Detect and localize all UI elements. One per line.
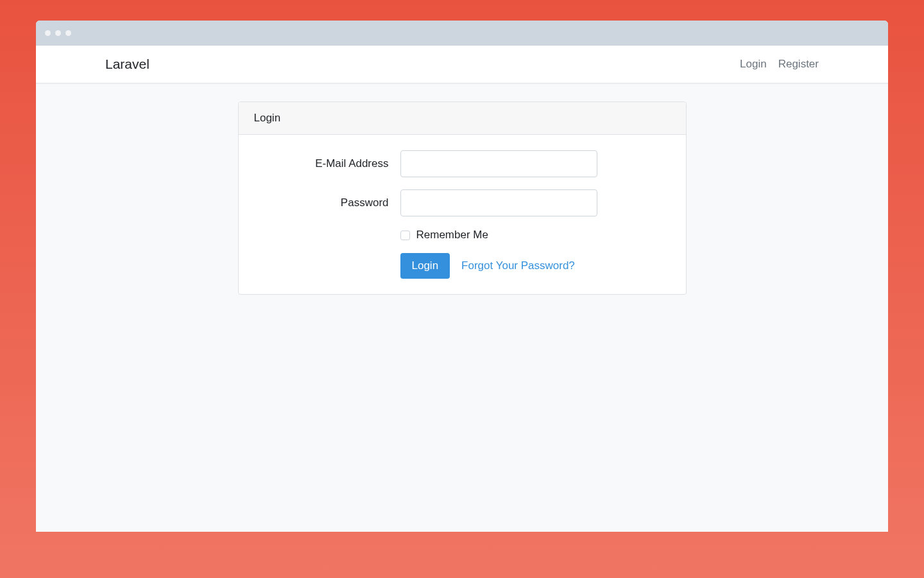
nav-link-login[interactable]: Login [740, 58, 767, 71]
remember-row: Remember Me [254, 229, 671, 241]
nav-link-register[interactable]: Register [778, 58, 819, 71]
navbar-nav: Login Register [740, 58, 819, 71]
login-card: Login E-Mail Address Password Remember M… [238, 101, 687, 295]
action-row: Login Forgot Your Password? [254, 253, 671, 279]
window-dot-maximize-icon[interactable] [65, 30, 71, 36]
email-field[interactable] [400, 150, 597, 177]
forgot-password-link[interactable]: Forgot Your Password? [461, 259, 575, 272]
email-label: E-Mail Address [254, 157, 400, 170]
email-row: E-Mail Address [254, 150, 671, 177]
password-row: Password [254, 189, 671, 216]
content-area: Login E-Mail Address Password Remember M… [36, 83, 888, 295]
card-body: E-Mail Address Password Remember Me Logi… [239, 135, 686, 294]
remember-checkbox[interactable] [400, 231, 410, 240]
card-header: Login [239, 102, 686, 135]
password-field[interactable] [400, 189, 597, 216]
window-dot-minimize-icon[interactable] [55, 30, 61, 36]
remember-label: Remember Me [416, 229, 488, 241]
password-label: Password [254, 197, 400, 209]
navbar: Laravel Login Register [36, 46, 888, 83]
navbar-brand[interactable]: Laravel [105, 57, 150, 72]
browser-chrome [36, 21, 888, 46]
window-dot-close-icon[interactable] [45, 30, 51, 36]
login-button[interactable]: Login [400, 253, 450, 279]
browser-window: Laravel Login Register Login E-Mail Addr… [36, 21, 888, 532]
